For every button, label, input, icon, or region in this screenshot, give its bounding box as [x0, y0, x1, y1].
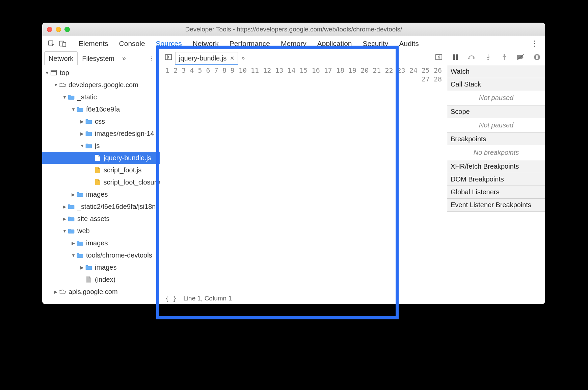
svg-rect-5 [165, 55, 171, 60]
tree-row-label: css [95, 118, 105, 125]
tree-row[interactable]: ▶images [42, 261, 160, 273]
tree-row[interactable]: jquery-bundle.js [42, 152, 160, 164]
toggle-navigator-icon[interactable] [163, 54, 174, 62]
xhr-breakpoints-header[interactable]: XHR/fetch Breakpoints [447, 160, 545, 173]
panel-tab-audits[interactable]: Audits [399, 40, 419, 48]
debugger-pane: Watch Call Stack Not paused Scope Not pa… [447, 51, 545, 304]
line-gutter: 1 2 3 4 5 6 7 8 9 10 11 12 13 14 15 16 1… [160, 65, 444, 292]
navigator-tab-filesystem[interactable]: Filesystem [78, 51, 119, 65]
tree-row[interactable]: ▶css [42, 115, 160, 127]
step-into-icon[interactable] [484, 54, 492, 62]
file-tree[interactable]: ▼top▼developers.google.com▼_static▼f6e16… [42, 65, 160, 304]
tree-row[interactable]: ▼f6e16de9fa [42, 103, 160, 115]
svg-rect-2 [63, 42, 66, 47]
file-tab-active[interactable]: jquery-bundle.js ✕ [175, 52, 238, 65]
tree-row-label: images [95, 264, 116, 271]
tree-row-label: f6e16de9fa [86, 105, 120, 113]
tree-row[interactable]: ▼top [42, 67, 160, 79]
watch-section-header[interactable]: Watch [447, 65, 545, 78]
device-toggle-icon[interactable] [59, 40, 66, 47]
more-options-button[interactable]: ⋮ [526, 39, 543, 48]
tree-row[interactable]: ▶site-assets [42, 213, 160, 225]
scope-section-header[interactable]: Scope [447, 105, 545, 118]
tree-row[interactable]: ▼web [42, 225, 160, 237]
tree-row-label: images [86, 239, 108, 247]
cursor-position: Line 1, Column 1 [183, 295, 232, 302]
breakpoints-empty: No breakpoints [447, 145, 545, 160]
panel-tabs: ElementsConsoleSourcesNetworkPerformance… [79, 40, 419, 48]
pause-on-exceptions-icon[interactable] [533, 54, 541, 62]
navigator-tab-network[interactable]: Network [44, 51, 78, 65]
svg-point-11 [468, 58, 470, 59]
panel-tab-console[interactable]: Console [119, 40, 145, 48]
tree-row[interactable]: ▼_static [42, 91, 160, 103]
tree-row[interactable]: ▼developers.google.com [42, 79, 160, 91]
svg-rect-9 [453, 54, 455, 60]
tree-row-label: apis.google.com [69, 288, 118, 296]
tree-row-label: top [60, 69, 69, 77]
tree-row-label: _static2/f6e16de9fa/jsi18n [77, 203, 156, 211]
panel-tab-network[interactable]: Network [193, 40, 219, 48]
tree-row-label: web [77, 227, 90, 235]
panel-tab-security[interactable]: Security [363, 40, 388, 48]
tree-row-label: (index) [95, 276, 115, 284]
svg-rect-7 [436, 55, 442, 60]
tree-row[interactable]: ▼tools/chrome-devtools [42, 249, 160, 261]
step-over-icon[interactable] [467, 54, 476, 62]
event-listener-breakpoints-header[interactable]: Event Listener Breakpoints [447, 199, 545, 211]
close-tab-icon[interactable]: ✕ [230, 55, 234, 62]
panel-tab-elements[interactable]: Elements [79, 40, 108, 48]
breakpoints-section-header[interactable]: Breakpoints [447, 133, 545, 145]
callstack-empty: Not paused [447, 91, 545, 105]
tree-row[interactable]: script_foot.js [42, 164, 160, 176]
navigator-more-tabs-icon[interactable]: » [119, 54, 129, 65]
tree-row[interactable]: ▶images [42, 237, 160, 249]
inspect-element-icon[interactable] [48, 40, 55, 47]
editor-statusbar: { } Line 1, Column 1 [160, 292, 447, 304]
tree-row-label: tools/chrome-devtools [86, 251, 152, 259]
tree-row[interactable]: script_foot_closure [42, 176, 160, 188]
editor-pane: jquery-bundle.js ✕ » 1 2 3 4 5 6 7 8 9 1… [160, 51, 447, 304]
window-title: Developer Tools - https://developers.goo… [42, 26, 545, 33]
svg-rect-19 [537, 55, 538, 59]
tree-row-label: _static [77, 93, 97, 101]
tree-row[interactable]: ▶images/redesign-14 [42, 127, 160, 140]
tree-row[interactable]: ▶images [42, 188, 160, 200]
panel-tab-memory[interactable]: Memory [281, 40, 306, 48]
tree-row-label: images [86, 191, 108, 198]
navigator-pane: Network Filesystem » ⋮ ▼top▼developers.g… [42, 51, 160, 304]
svg-point-13 [487, 59, 489, 60]
navigator-tabs: Network Filesystem » ⋮ [42, 51, 160, 65]
toggle-debugger-icon[interactable] [433, 54, 444, 62]
tree-row[interactable]: (index) [42, 273, 160, 286]
svg-rect-3 [51, 70, 56, 75]
more-tabs-icon[interactable]: » [239, 54, 247, 62]
tree-row[interactable]: ▶apis.google.com [42, 286, 160, 298]
tree-row[interactable]: ▶_static2/f6e16de9fa/jsi18n [42, 200, 160, 213]
callstack-section-header[interactable]: Call Stack [447, 78, 545, 91]
tree-row[interactable]: ▼js [42, 140, 160, 152]
deactivate-breakpoints-icon[interactable] [516, 54, 525, 62]
svg-rect-10 [456, 54, 458, 60]
tree-row-label: site-assets [77, 215, 110, 223]
tree-row-label: script_foot_closure [104, 178, 160, 186]
tree-row-label: js [95, 142, 100, 150]
tree-row-label: script_foot.js [104, 166, 141, 174]
devtools-window: Developer Tools - https://developers.goo… [42, 23, 545, 304]
tree-row-label: images/redesign-14 [95, 130, 154, 138]
pretty-print-icon[interactable]: { } [165, 295, 177, 302]
dom-breakpoints-header[interactable]: DOM Breakpoints [447, 173, 545, 186]
pause-resume-icon[interactable] [451, 54, 460, 62]
panel-tab-application[interactable]: Application [317, 40, 352, 48]
tree-row-label: jquery-bundle.js [104, 154, 151, 162]
global-listeners-header[interactable]: Global Listeners [447, 186, 545, 198]
titlebar: Developer Tools - https://developers.goo… [42, 23, 545, 36]
main-toolbar: ElementsConsoleSourcesNetworkPerformance… [42, 36, 545, 51]
panel-tab-sources[interactable]: Sources [156, 40, 182, 48]
svg-rect-18 [536, 55, 537, 59]
code-content[interactable]: //third_party/javascript/jquery2/jquery2… [444, 65, 447, 292]
navigator-menu-button[interactable]: ⋮ [144, 54, 158, 65]
panel-tab-performance[interactable]: Performance [230, 40, 270, 48]
step-out-icon[interactable] [500, 54, 509, 62]
tree-row-label: developers.google.com [69, 81, 138, 89]
